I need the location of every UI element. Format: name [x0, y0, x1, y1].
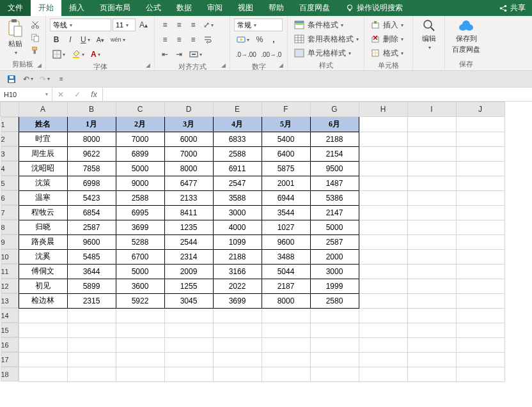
row-header[interactable]: 1 [1, 117, 19, 132]
cell[interactable] [359, 367, 407, 381]
cell[interactable] [359, 161, 407, 176]
align-middle-button[interactable]: ≡ [173, 19, 185, 31]
cell[interactable] [310, 323, 359, 337]
cell[interactable]: 3600 [116, 279, 164, 293]
dialog-launcher-icon[interactable]: ◢ [279, 62, 285, 68]
cell[interactable] [359, 264, 407, 279]
cell[interactable]: 1255 [164, 279, 213, 293]
cell[interactable] [456, 176, 505, 190]
cell[interactable]: 2187 [262, 279, 310, 293]
cell[interactable]: 8000 [262, 293, 310, 308]
number-format-select[interactable]: 常规▾ [234, 19, 283, 31]
cell[interactable]: 5922 [116, 293, 164, 308]
cell[interactable] [19, 352, 67, 367]
align-top-button[interactable]: ≡ [159, 19, 171, 31]
cell[interactable] [359, 176, 407, 190]
cell[interactable]: 3699 [116, 220, 164, 234]
column-header[interactable]: F [262, 102, 310, 117]
tab-review[interactable]: 审阅 [199, 0, 230, 16]
cell[interactable]: 初见 [19, 279, 67, 293]
cell[interactable] [359, 337, 407, 352]
cell[interactable]: 2588 [213, 146, 262, 161]
cell[interactable]: 2001 [262, 176, 310, 190]
row-header[interactable]: 4 [1, 161, 19, 176]
cell[interactable] [456, 161, 505, 176]
tab-file[interactable]: 文件 [0, 0, 31, 16]
cell[interactable]: 2544 [164, 234, 213, 249]
cell[interactable] [407, 205, 456, 220]
cell[interactable]: 2月 [116, 117, 164, 132]
cell[interactable] [359, 205, 407, 220]
column-header[interactable]: H [359, 102, 407, 117]
cell[interactable] [310, 367, 359, 381]
cell[interactable] [116, 323, 164, 337]
row-header[interactable]: 5 [1, 176, 19, 190]
cell[interactable] [116, 367, 164, 381]
customize-qat-button[interactable]: ≡ [55, 73, 68, 86]
cell[interactable] [456, 323, 505, 337]
cell[interactable] [213, 323, 262, 337]
cell[interactable] [456, 220, 505, 234]
cell[interactable]: 5423 [67, 190, 116, 205]
cell[interactable]: 5000 [116, 161, 164, 176]
align-left-button[interactable]: ≡ [159, 33, 171, 46]
cell[interactable] [213, 337, 262, 352]
cell[interactable] [310, 352, 359, 367]
cell[interactable] [164, 352, 213, 367]
cell[interactable]: 2188 [310, 132, 359, 146]
cell[interactable]: 3000 [213, 205, 262, 220]
cell[interactable]: 沈策 [19, 176, 67, 190]
tell-me[interactable]: 操作说明搜索 [338, 0, 411, 16]
row-header[interactable]: 7 [1, 205, 19, 220]
cell[interactable]: 5386 [310, 190, 359, 205]
row-header[interactable]: 11 [1, 264, 19, 279]
cell[interactable]: 8000 [164, 161, 213, 176]
cell[interactable]: 2133 [164, 190, 213, 205]
cell[interactable]: 傅侗文 [19, 264, 67, 279]
row-header[interactable]: 17 [1, 352, 19, 367]
cell[interactable]: 9622 [67, 146, 116, 161]
cell[interactable]: 3488 [262, 249, 310, 264]
font-color-button[interactable]: A▾ [88, 48, 103, 61]
cell[interactable]: 程牧云 [19, 205, 67, 220]
cell[interactable]: 6899 [116, 146, 164, 161]
cell[interactable] [359, 249, 407, 264]
cell[interactable]: 7000 [116, 132, 164, 146]
column-header[interactable]: B [67, 102, 116, 117]
cell[interactable] [407, 176, 456, 190]
align-center-button[interactable]: ≡ [173, 33, 185, 46]
cell[interactable] [19, 323, 67, 337]
cell[interactable]: 7000 [164, 146, 213, 161]
tab-data[interactable]: 数据 [169, 0, 199, 16]
cell[interactable]: 3588 [213, 190, 262, 205]
cell[interactable] [262, 352, 310, 367]
row-header[interactable]: 18 [1, 367, 19, 381]
cell[interactable]: 归晓 [19, 220, 67, 234]
row-header[interactable]: 9 [1, 234, 19, 249]
column-header[interactable]: E [213, 102, 262, 117]
cell[interactable] [164, 337, 213, 352]
cell[interactable] [359, 352, 407, 367]
cell[interactable]: 6944 [262, 190, 310, 205]
cell[interactable] [262, 323, 310, 337]
cell[interactable]: 温寒 [19, 190, 67, 205]
conditional-format-button[interactable]: 条件格式▾ [292, 19, 362, 31]
tab-help[interactable]: 帮助 [261, 0, 292, 16]
tab-insert[interactable]: 插入 [61, 0, 92, 16]
cell[interactable] [407, 161, 456, 176]
cell[interactable] [19, 337, 67, 352]
cell[interactable]: 2188 [213, 249, 262, 264]
cell[interactable] [456, 146, 505, 161]
cell[interactable] [116, 308, 164, 323]
cell[interactable]: 2580 [310, 293, 359, 308]
cell[interactable]: 3000 [310, 264, 359, 279]
cell[interactable] [67, 323, 116, 337]
merge-button[interactable]: ▾ [187, 48, 205, 61]
italic-button[interactable]: I [64, 33, 77, 46]
dialog-launcher-icon[interactable]: ◢ [146, 62, 152, 68]
font-name-select[interactable]: 等线▾ [50, 19, 111, 31]
cell[interactable] [116, 337, 164, 352]
tab-layout[interactable]: 页面布局 [92, 0, 138, 16]
cell[interactable] [164, 367, 213, 381]
tab-start[interactable]: 开始 [31, 0, 61, 16]
